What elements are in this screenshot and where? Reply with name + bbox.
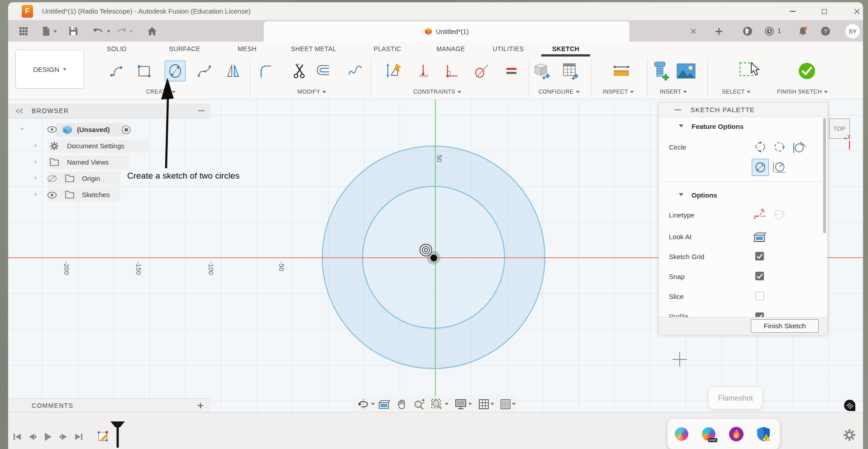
app-grid-button[interactable]	[17, 25, 30, 38]
circle-center-diameter-selected-option[interactable]	[752, 159, 769, 176]
section-collapse-icon[interactable]	[679, 193, 683, 196]
vertical-constraint-button[interactable]	[413, 61, 434, 81]
line-tool-button[interactable]	[107, 61, 128, 81]
visibility-eye-icon[interactable]	[47, 192, 57, 199]
m365-copilot-app-icon[interactable]: M365	[701, 426, 716, 442]
pan-button[interactable]	[396, 398, 408, 411]
zoom-button[interactable]	[413, 398, 425, 411]
trim-tool-button[interactable]	[290, 61, 310, 81]
grid-settings-button[interactable]	[477, 398, 490, 411]
finish-sketch-button[interactable]: Finish Sketch	[751, 319, 819, 333]
orbit-caret[interactable]	[371, 403, 375, 405]
file-menu-caret[interactable]	[53, 30, 57, 33]
timeline-skip-start-button[interactable]	[12, 431, 23, 442]
timeline-step-forward-button[interactable]	[58, 431, 69, 442]
slice-checkbox[interactable]	[755, 292, 764, 300]
tab-sheet-metal[interactable]: SHEET METAL	[291, 45, 336, 52]
tangent-constraint-button[interactable]	[471, 61, 492, 81]
file-menu-button[interactable]	[40, 25, 52, 38]
spline-tool-button[interactable]	[194, 61, 215, 81]
sketch-grid-checkbox[interactable]	[755, 252, 764, 260]
job-status-button[interactable]	[763, 25, 776, 38]
document-tab[interactable]: Untitled*(1)	[264, 21, 630, 42]
insert-image-button[interactable]	[676, 61, 696, 81]
fillet-tool-button[interactable]	[256, 61, 277, 81]
tab-manage[interactable]: MANAGE	[436, 45, 465, 52]
group-modify[interactable]: MODIFY	[297, 89, 326, 95]
visibility-eye-icon[interactable]	[47, 126, 57, 133]
comments-bar[interactable]: COMMENTS	[8, 398, 210, 412]
timeline-skip-end-button[interactable]	[73, 431, 84, 442]
palette-scrollbar[interactable]	[823, 118, 826, 233]
circle-2point-option[interactable]	[772, 139, 787, 155]
copilot-app-icon[interactable]	[674, 426, 689, 442]
group-insert[interactable]: INSERT	[660, 89, 687, 95]
offset-tool-button[interactable]	[313, 61, 334, 81]
chevron-collapsed-icon[interactable]: ›	[34, 190, 37, 198]
display-settings-button[interactable]	[454, 398, 467, 411]
redo-button[interactable]	[115, 25, 128, 38]
tab-sketch[interactable]: SKETCH	[552, 45, 579, 52]
group-configure[interactable]: CONFIGURE	[539, 89, 580, 95]
look-at-button[interactable]	[752, 230, 767, 245]
extensions-button[interactable]	[741, 25, 754, 38]
circle-3tangent-option[interactable]	[792, 139, 807, 155]
timeline-play-button[interactable]	[43, 431, 53, 442]
browser-minimize-icon[interactable]	[198, 110, 205, 111]
chevron-collapsed-icon[interactable]: ›	[34, 174, 37, 181]
notifications-button[interactable]	[796, 25, 809, 38]
construction-linetype-button[interactable]	[752, 207, 767, 222]
activate-radio-icon[interactable]	[121, 125, 131, 135]
snap-checkbox[interactable]	[755, 272, 764, 280]
home-button[interactable]	[146, 25, 158, 38]
workspace-selector[interactable]: DESIGN	[15, 50, 84, 89]
viewports-button[interactable]	[499, 398, 512, 411]
fit-caret[interactable]	[445, 403, 448, 405]
finish-sketch-ribbon-button[interactable]	[796, 61, 817, 81]
tab-utilities[interactable]: UTILITIES	[493, 45, 524, 52]
equal-constraint-button[interactable]	[501, 61, 522, 81]
rectangle-tool-button[interactable]	[134, 61, 155, 81]
chevron-collapsed-icon[interactable]: ›	[34, 142, 37, 149]
viewports-caret[interactable]	[512, 403, 515, 405]
display-caret[interactable]	[468, 403, 472, 405]
chevron-expanded-icon[interactable]: ›	[19, 128, 26, 130]
add-comment-icon[interactable]	[197, 402, 204, 409]
mirror-tool-button[interactable]	[223, 61, 243, 81]
tab-solid[interactable]: SOLID	[107, 45, 127, 52]
palette-minimize-icon[interactable]	[675, 109, 681, 110]
browser-row-sketches[interactable]: › Sketches	[8, 187, 210, 203]
sketch-palette-header[interactable]: SKETCH PALETTE	[659, 103, 827, 117]
flameshot-app-icon[interactable]	[729, 426, 744, 442]
chevron-collapsed-icon[interactable]: ›	[34, 158, 37, 165]
minimize-button[interactable]	[782, 2, 803, 20]
insert-mcmaster-button[interactable]	[649, 61, 670, 81]
group-finish-sketch[interactable]: FINISH SKETCH	[777, 89, 828, 95]
help-button[interactable]: ?	[819, 25, 832, 38]
group-select[interactable]: SELECT	[722, 89, 750, 95]
user-avatar[interactable]: SY	[845, 24, 860, 38]
tab-surface[interactable]: SURFACE	[169, 45, 200, 52]
configuration-table-button[interactable]	[560, 61, 581, 81]
tab-plastic[interactable]: PLASTIC	[373, 45, 401, 52]
group-constraints[interactable]: CONSTRAINTS	[413, 89, 461, 95]
save-button[interactable]	[67, 25, 80, 38]
collapse-panel-icon[interactable]	[15, 109, 24, 113]
measure-button[interactable]	[611, 61, 632, 81]
perpendicular-constraint-button[interactable]	[441, 61, 462, 81]
fit-button[interactable]	[430, 398, 443, 411]
configure-feature-button[interactable]	[532, 61, 553, 81]
new-tab-button[interactable]	[712, 25, 725, 38]
maximize-button[interactable]	[814, 2, 835, 20]
profile-checkbox[interactable]	[755, 312, 764, 317]
circle-center-diameter-option[interactable]	[753, 139, 768, 155]
windows-security-app-icon[interactable]	[756, 426, 771, 442]
close-tab-button[interactable]	[687, 25, 700, 38]
feedback-chat-icon[interactable]	[844, 399, 856, 411]
centerline-linetype-button[interactable]	[772, 207, 787, 222]
sketch-dimension-button[interactable]	[383, 61, 404, 81]
close-button[interactable]	[846, 2, 867, 20]
undo-button[interactable]	[92, 25, 105, 38]
quick-settings-button[interactable]	[843, 428, 856, 444]
group-inspect[interactable]: INSPECT	[602, 89, 634, 95]
